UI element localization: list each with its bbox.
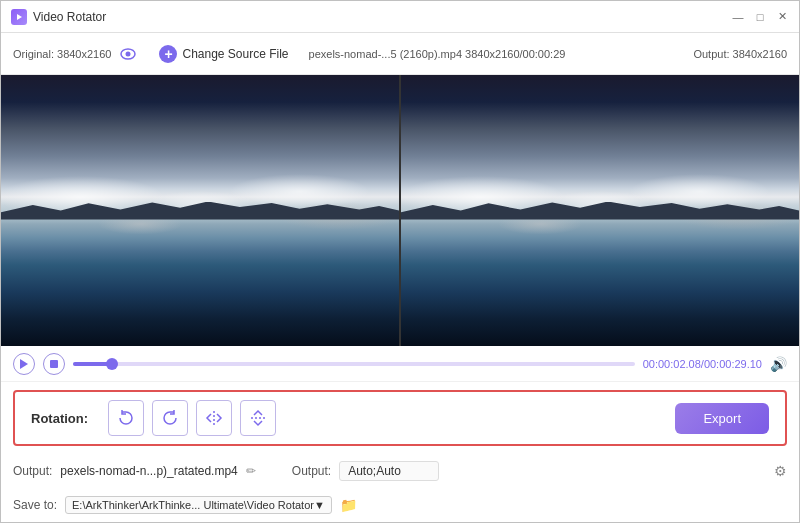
export-button[interactable]: Export <box>675 403 769 434</box>
change-source-button[interactable]: + Change Source File <box>151 45 296 63</box>
browse-folder-icon[interactable]: 📁 <box>340 497 357 513</box>
minimize-button[interactable]: — <box>731 10 745 24</box>
app-icon <box>11 9 27 25</box>
time-total: 00:00:29.10 <box>704 358 762 370</box>
rotation-buttons <box>108 400 276 436</box>
controls-area: 00:00:02.08/00:00:29.10 🔊 Rotation: <box>1 346 799 522</box>
output-video-preview <box>401 75 799 346</box>
time-display: 00:00:02.08/00:00:29.10 <box>643 358 762 370</box>
svg-point-2 <box>126 51 131 56</box>
original-resolution-label: Original: 3840x2160 <box>13 48 111 60</box>
time-current: 00:00:02.08 <box>643 358 701 370</box>
output-resolution-label: Output: 3840x2160 <box>693 48 787 60</box>
maximize-button[interactable]: □ <box>753 10 767 24</box>
rotation-controls: Rotation: <box>13 390 787 446</box>
play-button[interactable] <box>13 353 35 375</box>
rotation-label: Rotation: <box>31 411 88 426</box>
window-title: Video Rotator <box>33 10 106 24</box>
file-info-text: pexels-nomad-...5 (2160p).mp4 3840x2160/… <box>309 48 682 60</box>
main-window: Video Rotator — □ ✕ Original: 3840x2160 … <box>0 0 800 523</box>
save-path-text: E:\ArkThinker\ArkThinke... Ultimate\Vide… <box>72 499 314 511</box>
saveto-label: Save to: <box>13 498 57 512</box>
progress-track[interactable] <box>73 362 635 366</box>
rotate-left-90-button[interactable] <box>108 400 144 436</box>
flip-horizontal-button[interactable] <box>196 400 232 436</box>
stop-button[interactable] <box>43 353 65 375</box>
volume-icon[interactable]: 🔊 <box>770 356 787 372</box>
progress-thumb <box>106 358 118 370</box>
svg-marker-3 <box>20 359 28 369</box>
svg-marker-0 <box>17 14 22 20</box>
format-value: Auto;Auto <box>348 464 401 478</box>
toolbar-left: Original: 3840x2160 <box>13 43 139 65</box>
settings-gear-icon[interactable]: ⚙ <box>774 463 787 479</box>
top-toolbar: Original: 3840x2160 + Change Source File… <box>1 33 799 75</box>
output-bar: Output: pexels-nomad-n...p)_ratated.mp4 … <box>1 454 799 488</box>
output-filename: pexels-nomad-n...p)_ratated.mp4 <box>60 464 237 478</box>
output-video-panel <box>399 75 799 346</box>
original-video-panel <box>1 75 399 346</box>
playback-bar: 00:00:02.08/00:00:29.10 🔊 <box>1 346 799 382</box>
rotate-right-90-button[interactable] <box>152 400 188 436</box>
edit-filename-icon[interactable]: ✏ <box>246 464 256 478</box>
save-path-dropdown[interactable]: E:\ArkThinker\ArkThinke... Ultimate\Vide… <box>65 496 332 514</box>
close-button[interactable]: ✕ <box>775 10 789 24</box>
svg-rect-4 <box>50 360 58 368</box>
original-video-preview <box>1 75 399 346</box>
plus-circle-icon: + <box>159 45 177 63</box>
eye-icon-button[interactable] <box>117 43 139 65</box>
export-area: Export <box>675 403 769 434</box>
format-label: Output: <box>292 464 331 478</box>
title-bar: Video Rotator — □ ✕ <box>1 1 799 33</box>
change-source-label: Change Source File <box>182 47 288 61</box>
video-area <box>1 75 799 346</box>
dropdown-arrow-icon: ▼ <box>314 499 325 511</box>
flip-vertical-button[interactable] <box>240 400 276 436</box>
output-file-label: Output: <box>13 464 52 478</box>
window-controls: — □ ✕ <box>731 10 789 24</box>
format-value-box: Auto;Auto <box>339 461 439 481</box>
saveto-bar: Save to: E:\ArkThinker\ArkThinke... Ulti… <box>1 488 799 522</box>
title-bar-left: Video Rotator <box>11 9 106 25</box>
